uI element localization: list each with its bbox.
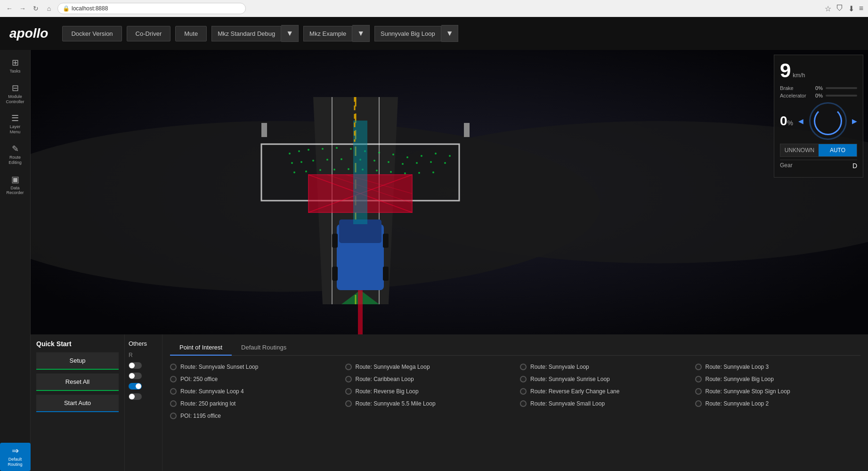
svg-rect-53 <box>332 267 338 281</box>
poi-item[interactable]: Route: Reverse Early Change Lane <box>520 387 686 396</box>
mkz-standard-select[interactable]: Mkz Standard Debug <box>211 26 281 41</box>
poi-item-label: Route: Sunnyvale Small Loop <box>530 400 605 407</box>
mkz-standard-arrow[interactable]: ▼ <box>281 25 299 42</box>
poi-radio <box>520 400 527 407</box>
mkz-example-dropdown[interactable]: Mkz Example ▼ <box>303 25 370 42</box>
poi-item[interactable]: Route: Sunnyvale Sunrise Loop <box>520 374 686 384</box>
svg-point-21 <box>291 162 293 164</box>
meter-arrow-left[interactable]: ◀ <box>798 117 803 125</box>
sidebar-item-default-routing[interactable]: ⇒ DefaultRouting <box>0 443 31 471</box>
toggle-thumb-2 <box>129 373 135 379</box>
poi-item[interactable]: POI: 250 office <box>170 374 336 384</box>
svg-point-8 <box>289 153 291 154</box>
toggle-thumb-1 <box>129 363 135 368</box>
route-editing-label: RouteEditing <box>8 155 22 165</box>
toggle-thumb-3 <box>136 383 141 389</box>
poi-item[interactable]: Route: Sunnyvale Loop 3 <box>695 362 861 372</box>
sunnyvale-loop-dropdown[interactable]: Sunnyvale Big Loop ▼ <box>374 25 459 42</box>
poi-item[interactable]: Route: Sunnyvale Loop <box>520 362 686 372</box>
default-routing-icon: ⇒ <box>12 447 19 455</box>
mkz-example-select[interactable]: Mkz Example <box>303 26 352 41</box>
poi-item-label: Route: Sunnyvale Mega Loop <box>356 364 430 370</box>
home-button[interactable]: ⌂ <box>44 4 54 13</box>
start-auto-button[interactable]: Start Auto <box>36 395 119 412</box>
poi-item[interactable]: POI: 1195 office <box>170 411 336 421</box>
svg-rect-56 <box>358 290 363 334</box>
data-recorder-label: DataRecorder <box>6 186 24 196</box>
poi-item[interactable]: Route: Sunnyvale 5.5 Mile Loop <box>345 399 511 408</box>
sidebar-item-module-controller[interactable]: ⊟ ModuleController <box>1 80 29 108</box>
mkz-example-arrow[interactable]: ▼ <box>352 25 370 42</box>
poi-item[interactable]: Route: Caribbean Loop <box>345 374 511 384</box>
sidebar-item-layer-menu[interactable]: ☰ LayerMenu <box>1 110 29 138</box>
svg-point-17 <box>406 156 408 158</box>
poi-item[interactable]: Route: Sunnyvale Mega Loop <box>345 362 511 372</box>
svg-rect-58 <box>261 123 267 137</box>
app-container: apollo Docker Version Co-Driver Mute Mkz… <box>0 17 868 471</box>
right-panel: 9 km/h Brake 0% <box>31 50 868 471</box>
accel-track <box>826 95 857 97</box>
reset-all-button[interactable]: Reset All <box>36 374 119 391</box>
poi-radio <box>345 400 352 407</box>
meter-sym: % <box>787 119 793 127</box>
hud-overlay: 9 km/h Brake 0% <box>774 55 863 178</box>
toggle-2[interactable] <box>129 373 142 379</box>
svg-point-37 <box>348 168 349 170</box>
svg-point-15 <box>378 152 380 154</box>
tab-point-of-interest[interactable]: Point of Interest <box>170 340 232 356</box>
poi-item-label: Route: Sunnyvale 5.5 Mile Loop <box>356 400 436 407</box>
sunnyvale-loop-arrow[interactable]: ▼ <box>441 25 459 42</box>
poi-item[interactable]: Route: Sunnyvale Sunset Loop <box>170 362 336 372</box>
svg-point-31 <box>430 161 432 163</box>
tab-default-routings[interactable]: Default Routings <box>232 340 296 356</box>
auto-mode-button[interactable]: AUTO <box>819 144 857 156</box>
sidebar-item-route-editing[interactable]: ✎ RouteEditing <box>1 141 29 169</box>
3d-view[interactable]: 9 km/h Brake 0% <box>31 50 868 334</box>
poi-item-label: Route: Sunnyvale Loop 4 <box>180 388 244 395</box>
sidebar: ⊞ Tasks ⊟ ModuleController ☰ LayerMenu ✎… <box>0 50 31 471</box>
svg-rect-52 <box>383 234 389 248</box>
docker-version-button[interactable]: Docker Version <box>62 26 122 41</box>
forward-button[interactable]: → <box>18 4 27 13</box>
module-controller-icon: ⊟ <box>12 84 19 92</box>
toggle-row-3 <box>129 383 158 390</box>
poi-item[interactable]: Route: Reverse Big Loop <box>345 387 511 396</box>
svg-point-20 <box>449 155 451 157</box>
mkz-standard-dropdown[interactable]: Mkz Standard Debug ▼ <box>211 25 299 42</box>
poi-item[interactable]: Route: 250 parking lot <box>170 399 336 408</box>
poi-item[interactable]: Route: Sunnyvale Stop Sign Loop <box>695 387 861 396</box>
toggle-4[interactable] <box>129 393 142 400</box>
sunnyvale-loop-select[interactable]: Sunnyvale Big Loop <box>374 26 441 41</box>
unknown-mode-button[interactable]: UNKNOWN <box>780 144 819 156</box>
setup-button[interactable]: Setup <box>36 352 119 370</box>
default-routing-label: DefaultRouting <box>8 457 22 467</box>
toggle-row-1 <box>129 362 158 369</box>
toggle-3[interactable] <box>129 383 142 390</box>
poi-radio <box>170 413 177 419</box>
svg-point-33 <box>293 171 295 173</box>
poi-item-label: Route: Sunnyvale Stop Sign Loop <box>706 388 790 395</box>
sidebar-item-tasks[interactable]: ⊞ Tasks <box>1 55 29 78</box>
download-icon: ⬇ <box>848 4 854 13</box>
mute-button[interactable]: Mute <box>175 26 207 41</box>
brake-pct: 0% <box>811 85 823 91</box>
bottom-panel: Quick Start Setup Reset All Start Auto O… <box>31 334 868 471</box>
poi-item[interactable]: Route: Sunnyvale Small Loop <box>520 399 686 408</box>
reload-button[interactable]: ↻ <box>31 4 41 13</box>
co-driver-button[interactable]: Co-Driver <box>127 26 171 41</box>
poi-item-label: POI: 1195 office <box>180 413 221 419</box>
poi-radio <box>695 376 702 382</box>
poi-radio <box>520 388 527 395</box>
svg-point-23 <box>312 160 314 162</box>
back-button[interactable]: ← <box>5 4 14 13</box>
toggle-1[interactable] <box>129 362 142 369</box>
poi-item[interactable]: Route: Sunnyvale Big Loop <box>695 374 861 384</box>
quick-start-section: Quick Start Setup Reset All Start Auto <box>31 334 125 471</box>
sidebar-item-data-recorder[interactable]: ▣ DataRecorder <box>1 171 29 200</box>
poi-item[interactable]: Route: Sunnyvale Loop 2 <box>695 399 861 408</box>
svg-point-12 <box>336 147 338 149</box>
meter-arrow-right[interactable]: ▶ <box>852 117 857 125</box>
poi-radio <box>520 376 527 382</box>
svg-point-11 <box>322 148 324 150</box>
poi-item[interactable]: Route: Sunnyvale Loop 4 <box>170 387 336 396</box>
